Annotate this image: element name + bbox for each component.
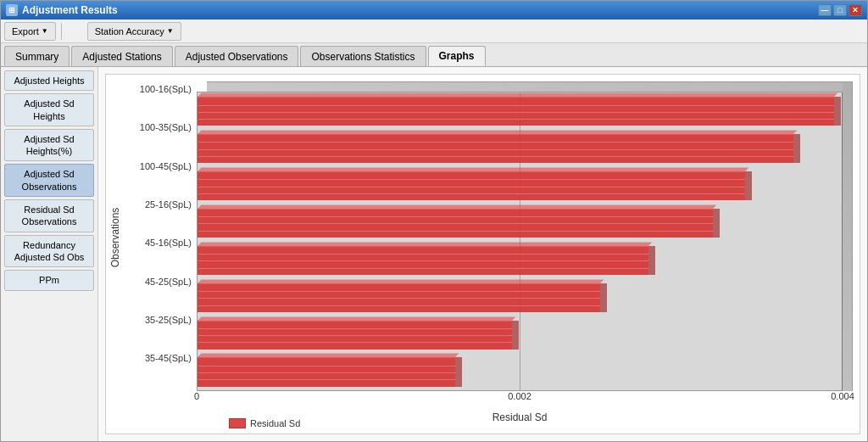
- grid-line-100: [842, 92, 843, 390]
- bar-front-3: [198, 209, 713, 238]
- bar-stripe-3-3: [198, 231, 713, 232]
- chart-3d-top: [207, 81, 853, 92]
- bar-stripe-1-2: [198, 179, 745, 180]
- bar-stripe-1-3: [198, 216, 713, 217]
- maximize-button[interactable]: □: [833, 4, 847, 16]
- bar-stripe-3-2: [198, 193, 745, 194]
- bar-label: 25-16(SpL): [125, 199, 197, 210]
- tab-summary[interactable]: Summary: [4, 46, 70, 66]
- x-tick-0: 0: [194, 391, 199, 401]
- export-button[interactable]: Export ▼: [4, 22, 56, 41]
- x-tick-004: 0.004: [831, 391, 854, 401]
- close-button[interactable]: ✕: [849, 4, 862, 16]
- chart-container: Observations 100-16(SpL)100-35(SpL)100-4…: [105, 74, 860, 434]
- tab-adjusted-observations[interactable]: Adjusted Observations: [175, 46, 299, 66]
- sidebar-item-adjusted-sd-heights-pct[interactable]: Adjusted Sd Heights(%): [4, 129, 94, 162]
- bar-front-7: [198, 357, 455, 386]
- bar-front-1: [198, 134, 793, 163]
- tab-graphs[interactable]: Graphs: [428, 46, 486, 66]
- bar-3d-4: [198, 246, 648, 275]
- bar-stripe-3-4: [198, 268, 648, 269]
- bar-stripe-1-7: [198, 366, 455, 366]
- bar-right-face-2: [745, 171, 752, 200]
- bar-3d-3: [198, 209, 713, 238]
- bar-front-4: [198, 246, 648, 275]
- title-bar-left: ⊞ Adjustment Results: [6, 4, 118, 16]
- title-bar: ⊞ Adjustment Results — □ ✕: [1, 1, 867, 20]
- bar-label: 100-16(SpL): [125, 84, 197, 94]
- toolbar: Export ▼ Station Accuracy ▼: [1, 20, 867, 43]
- bar-stripe-2-0: [198, 112, 834, 113]
- tab-bar: Summary Adjusted Stations Adjusted Obser…: [1, 43, 867, 67]
- toolbar-separator: [61, 23, 62, 40]
- bar-right-face-5: [600, 283, 607, 312]
- bar-label: 35-45(SpL): [125, 353, 197, 363]
- bar-stripe-1-5: [198, 291, 600, 292]
- bar-3d-5: [198, 283, 600, 312]
- tab-observations-statistics[interactable]: Observations Statistics: [300, 46, 426, 66]
- bar-3d-2: [198, 171, 745, 200]
- bar-front-2: [198, 171, 745, 200]
- bar-label: 100-45(SpL): [125, 161, 197, 171]
- content-area: Adjusted Heights Adjusted Sd Heights Adj…: [1, 67, 867, 441]
- bar-stripe-3-5: [198, 305, 600, 306]
- bar-stripe-2-3: [198, 223, 713, 224]
- bar-right-face-3: [713, 209, 720, 238]
- main-window: ⊞ Adjustment Results — □ ✕ Export ▼ Stat…: [0, 0, 868, 442]
- sidebar-item-adjusted-heights[interactable]: Adjusted Heights: [4, 70, 94, 91]
- sidebar-item-residual-sd-observations[interactable]: Residual Sd Observations: [4, 199, 94, 232]
- bar-right-face-4: [648, 246, 655, 275]
- chart-3d-right: [843, 81, 853, 391]
- bar-label: 35-25(SpL): [125, 315, 197, 325]
- tab-adjusted-stations[interactable]: Adjusted Stations: [71, 46, 172, 66]
- sidebar: Adjusted Heights Adjusted Sd Heights Adj…: [1, 67, 98, 441]
- sidebar-item-adjusted-sd-heights[interactable]: Adjusted Sd Heights: [4, 93, 94, 126]
- bar-3d-1: [198, 134, 793, 163]
- bar-stripe-2-5: [198, 298, 600, 299]
- y-axis-label: Observations: [109, 207, 121, 267]
- sidebar-item-adjusted-sd-observations[interactable]: Adjusted Sd Observations: [4, 164, 94, 197]
- bar-3d-0: [198, 97, 834, 126]
- minimize-button[interactable]: —: [818, 4, 832, 16]
- legend: Residual Sd: [229, 418, 300, 428]
- bar-3d-6: [198, 321, 512, 350]
- station-accuracy-button[interactable]: Station Accuracy ▼: [87, 22, 181, 41]
- bar-stripe-1-1: [198, 142, 793, 143]
- app-icon: ⊞: [6, 4, 18, 16]
- legend-label: Residual Sd: [250, 418, 300, 428]
- export-dropdown-arrow: ▼: [42, 27, 48, 35]
- bar-front-6: [198, 321, 512, 350]
- sidebar-item-ppm[interactable]: PPm: [4, 270, 94, 290]
- bar-stripe-2-6: [198, 335, 512, 336]
- chart-background: [197, 92, 843, 391]
- bar-stripe-1-6: [198, 328, 512, 329]
- bar-stripe-3-0: [198, 119, 834, 120]
- x-tick-002: 0.002: [508, 391, 531, 401]
- bar-right-face-0: [834, 97, 841, 126]
- bar-label: 45-25(SpL): [125, 277, 197, 287]
- bar-stripe-3-6: [198, 342, 512, 343]
- bar-3d-7: [198, 357, 455, 386]
- bar-front-0: [198, 97, 834, 126]
- bar-stripe-1-0: [198, 105, 834, 106]
- bar-right-face-7: [455, 357, 462, 386]
- toolbar-separator-2: [69, 23, 82, 40]
- main-chart-area: Observations 100-16(SpL)100-35(SpL)100-4…: [98, 67, 867, 441]
- sidebar-item-redundancy[interactable]: Redundancy Adjusted Sd Obs: [4, 235, 94, 268]
- bar-stripe-2-1: [198, 149, 793, 150]
- bar-label: 100-35(SpL): [125, 122, 197, 132]
- export-label: Export: [12, 26, 39, 36]
- title-bar-controls: — □ ✕: [818, 4, 862, 16]
- legend-color-box: [229, 418, 246, 428]
- bar-front-5: [198, 283, 600, 312]
- window-title: Adjustment Results: [22, 4, 118, 16]
- bar-label: 45-16(SpL): [125, 238, 197, 248]
- station-accuracy-label: Station Accuracy: [95, 26, 164, 36]
- bar-stripe-1-4: [198, 254, 648, 255]
- bar-stripe-2-7: [198, 372, 455, 373]
- chart-div: Observations 100-16(SpL)100-35(SpL)100-4…: [106, 75, 860, 434]
- bar-stripe-3-1: [198, 156, 793, 157]
- bar-right-face-1: [793, 134, 800, 163]
- bar-stripe-3-7: [198, 379, 455, 380]
- bar-right-face-6: [512, 321, 519, 350]
